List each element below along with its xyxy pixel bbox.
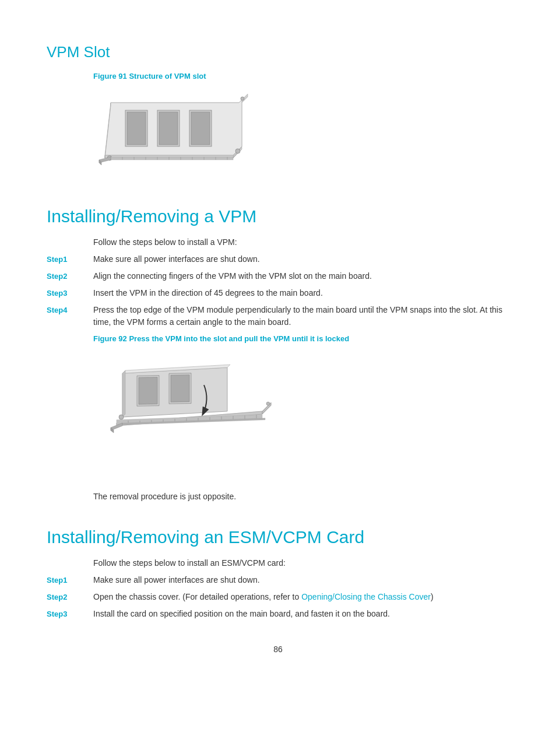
page-number: 86 bbox=[47, 643, 509, 656]
step3-label: Step3 bbox=[47, 287, 93, 299]
removal-text: The removal procedure is just opposite. bbox=[93, 491, 509, 503]
svg-rect-49 bbox=[171, 375, 189, 402]
svg-point-54 bbox=[266, 402, 270, 405]
step1-label: Step1 bbox=[47, 253, 93, 265]
svg-rect-8 bbox=[159, 112, 178, 145]
installing-vpm-intro: Follow the steps below to install a VPM: bbox=[93, 236, 509, 249]
figure92-container bbox=[93, 350, 509, 479]
svg-rect-47 bbox=[139, 377, 157, 405]
svg-marker-45 bbox=[122, 370, 125, 417]
svg-rect-14 bbox=[111, 157, 233, 160]
esm-step1-text: Make sure all power interfaces are shut … bbox=[93, 574, 509, 586]
esm-step2-link[interactable]: Opening/Closing the Chassis Cover bbox=[301, 592, 431, 601]
step1-row: Step1 Make sure all power interfaces are… bbox=[47, 253, 509, 265]
svg-rect-6 bbox=[127, 112, 146, 145]
installing-esm-intro: Follow the steps below to install an ESM… bbox=[93, 557, 509, 569]
svg-point-13 bbox=[241, 97, 244, 100]
esm-step1-row: Step1 Make sure all power interfaces are… bbox=[47, 574, 509, 586]
esm-step2-row: Step2 Open the chassis cover. (For detai… bbox=[47, 591, 509, 603]
figure92-svg bbox=[93, 350, 280, 475]
step2-text: Align the connecting fingers of the VPM … bbox=[93, 270, 509, 282]
step2-label: Step2 bbox=[47, 270, 93, 282]
figure91-container bbox=[93, 88, 509, 182]
installing-vpm-title: Installing/Removing a VPM bbox=[47, 203, 509, 229]
step4-text: Press the top edge of the VPM module per… bbox=[93, 304, 509, 328]
svg-point-50 bbox=[119, 415, 124, 419]
step3-text: Insert the VPM in the direction of 45 de… bbox=[93, 287, 509, 299]
esm-step1-label: Step1 bbox=[47, 574, 93, 586]
esm-step2-label: Step2 bbox=[47, 591, 93, 603]
esm-step2-text-after: ) bbox=[431, 592, 434, 601]
step3-row: Step3 Insert the VPM in the direction of… bbox=[47, 287, 509, 299]
step2-row: Step2 Align the connecting fingers of th… bbox=[47, 270, 509, 282]
installing-esm-title: Installing/Removing an ESM/VCPM Card bbox=[47, 524, 509, 550]
svg-point-12 bbox=[235, 149, 240, 153]
esm-step3-label: Step3 bbox=[47, 608, 93, 620]
figure91-caption: Figure 91 Structure of VPM slot bbox=[93, 71, 509, 82]
step4-label: Step4 bbox=[47, 304, 93, 316]
figure92-caption: Figure 92 Press the VPM into the slot an… bbox=[93, 333, 509, 345]
vpm-slot-title: VPM Slot bbox=[47, 41, 509, 64]
esm-step2-text: Open the chassis cover. (For detailed op… bbox=[93, 591, 509, 603]
esm-step2-text-before: Open the chassis cover. (For detailed op… bbox=[93, 592, 301, 601]
step4-row: Step4 Press the top edge of the VPM modu… bbox=[47, 304, 509, 328]
figure91-svg bbox=[93, 88, 256, 178]
esm-step3-text: Install the card on specified position o… bbox=[93, 608, 509, 620]
step1-text: Make sure all power interfaces are shut … bbox=[93, 253, 509, 265]
svg-rect-10 bbox=[191, 112, 210, 145]
esm-step3-row: Step3 Install the card on specified posi… bbox=[47, 608, 509, 620]
